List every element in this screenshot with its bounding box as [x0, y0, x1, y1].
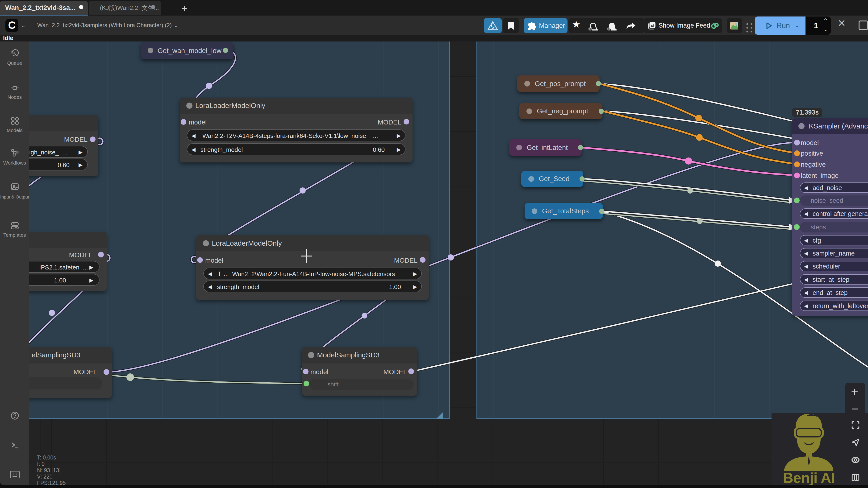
svg-text:Benji AI: Benji AI — [783, 469, 835, 485]
